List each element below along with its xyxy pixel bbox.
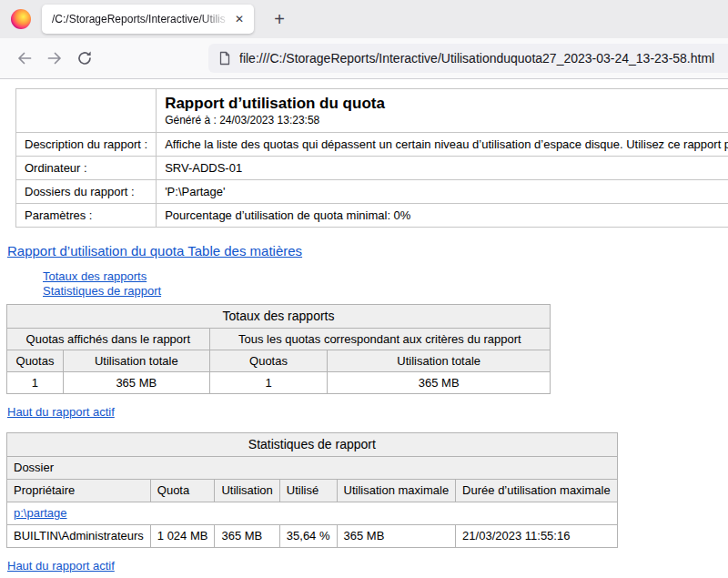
folder-path-link[interactable]: p:\partage bbox=[14, 506, 67, 520]
forward-icon[interactable] bbox=[46, 49, 64, 67]
stats-col-header-peak-usage: Utilisation maximale bbox=[337, 480, 456, 502]
meta-value-computer: SRV-ADDS-01 bbox=[157, 157, 728, 180]
page-file-icon bbox=[217, 51, 232, 66]
meta-label-folders: Dossiers du rapport : bbox=[16, 180, 157, 204]
stats-value-peak-time: 21/03/2023 11:55:16 bbox=[456, 525, 618, 548]
stats-col-header-used: Utilisé bbox=[279, 480, 337, 502]
totals-value-quotas-all: 1 bbox=[209, 372, 328, 394]
totals-col-header: Utilisation totale bbox=[63, 350, 209, 372]
totals-data-row: 1 365 MB 1 365 MB bbox=[7, 372, 551, 394]
url-text: file:///C:/StorageReports/Interactive/Ut… bbox=[239, 51, 714, 66]
report-meta-row: Dossiers du rapport : 'P:\Partage' bbox=[16, 180, 728, 204]
report-meta-row: Ordinateur : SRV-ADDS-01 bbox=[16, 157, 728, 180]
report-page: Rapport d’utilisation du quota Généré à … bbox=[0, 79, 728, 578]
firefox-logo-icon[interactable] bbox=[11, 9, 31, 29]
report-meta-row: Paramètres : Pourcentage d’utilisation d… bbox=[16, 204, 728, 228]
meta-label-computer: Ordinateur : bbox=[16, 157, 157, 180]
report-header-table: Rapport d’utilisation du quota Généré à … bbox=[15, 88, 728, 228]
statistics-table: Statistiques de rapport Dossier Propriét… bbox=[6, 432, 618, 548]
reload-icon[interactable] bbox=[76, 49, 94, 67]
top-of-report-link[interactable]: Haut du rapport actif bbox=[7, 405, 115, 419]
meta-label-description: Description du rapport : bbox=[16, 133, 157, 157]
totals-value-usage-all: 365 MB bbox=[328, 372, 551, 394]
statistics-table-title: Statistiques de rapport bbox=[7, 433, 618, 457]
report-generated-timestamp: Généré à : 24/03/2023 13:23:58 bbox=[165, 113, 728, 128]
report-title-cell: Rapport d’utilisation du quota Généré à … bbox=[157, 89, 728, 133]
meta-value-description: Affiche la liste des quotas qui dépassen… bbox=[157, 133, 728, 157]
toc-link-statistics[interactable]: Statistiques de rapport bbox=[43, 284, 728, 299]
totals-value-quotas-displayed: 1 bbox=[7, 372, 64, 394]
stats-value-usage: 365 MB bbox=[215, 525, 279, 548]
stats-value-used-percent: 35,64 % bbox=[279, 525, 337, 548]
meta-label-parameters: Paramètres : bbox=[16, 204, 157, 228]
tab-title: /C:/StorageReports/Interactive/Utilis bbox=[52, 13, 232, 25]
report-logo-cell bbox=[16, 89, 157, 133]
totals-value-usage-displayed: 365 MB bbox=[63, 372, 209, 394]
totals-group-displayed: Quotas affichés dans le rapport bbox=[7, 329, 210, 350]
totals-table: Totaux des rapports Quotas affichés dans… bbox=[6, 304, 551, 394]
top-of-report-link[interactable]: Haut du rapport actif bbox=[7, 559, 115, 573]
statistics-group-label: Dossier bbox=[7, 457, 618, 480]
meta-value-parameters: Pourcentage d’utilisation de quota minim… bbox=[157, 204, 728, 228]
report-meta-row: Description du rapport : Affiche la list… bbox=[16, 133, 728, 157]
browser-tab[interactable]: /C:/StorageReports/Interactive/Utilis ✕ bbox=[42, 5, 254, 34]
tab-close-icon[interactable]: ✕ bbox=[232, 13, 247, 25]
totals-group-matching: Tous les quotas correspondant aux critèr… bbox=[209, 329, 550, 350]
toc-heading-link[interactable]: Rapport d’utilisation du quota Table des… bbox=[7, 243, 302, 259]
new-tab-button[interactable]: + bbox=[267, 6, 292, 32]
totals-col-header: Quotas bbox=[209, 350, 328, 372]
totals-col-header: Utilisation totale bbox=[328, 350, 551, 372]
stats-data-row: BUILTIN\Administrateurs 1 024 MB 365 MB … bbox=[7, 525, 618, 548]
meta-value-folders: 'P:\Partage' bbox=[157, 180, 728, 204]
stats-col-header-quota: Quota bbox=[150, 480, 215, 502]
stats-value-owner: BUILTIN\Administrateurs bbox=[7, 525, 151, 548]
toc-links: Totaux des rapports Statistiques de rapp… bbox=[43, 269, 728, 299]
stats-col-header-usage: Utilisation bbox=[215, 480, 279, 502]
navigation-toolbar: file:///C:/StorageReports/Interactive/Ut… bbox=[0, 38, 728, 79]
stats-value-peak-usage: 365 MB bbox=[337, 525, 456, 548]
stats-col-header-owner: Propriétaire bbox=[7, 480, 151, 502]
toc-link-totals[interactable]: Totaux des rapports bbox=[43, 269, 728, 284]
tab-bar: /C:/StorageReports/Interactive/Utilis ✕ … bbox=[0, 0, 728, 38]
url-bar[interactable]: file:///C:/StorageReports/Interactive/Ut… bbox=[208, 44, 728, 73]
report-title: Rapport d’utilisation du quota bbox=[165, 93, 728, 113]
stats-col-header-peak-time: Durée d’utilisation maximale bbox=[456, 480, 618, 502]
stats-value-quota: 1 024 MB bbox=[150, 525, 215, 548]
stats-folder-cell: p:\partage bbox=[7, 502, 618, 525]
totals-col-header: Quotas bbox=[7, 350, 64, 372]
totals-table-title: Totaux des rapports bbox=[7, 305, 551, 329]
back-icon[interactable] bbox=[15, 49, 34, 67]
